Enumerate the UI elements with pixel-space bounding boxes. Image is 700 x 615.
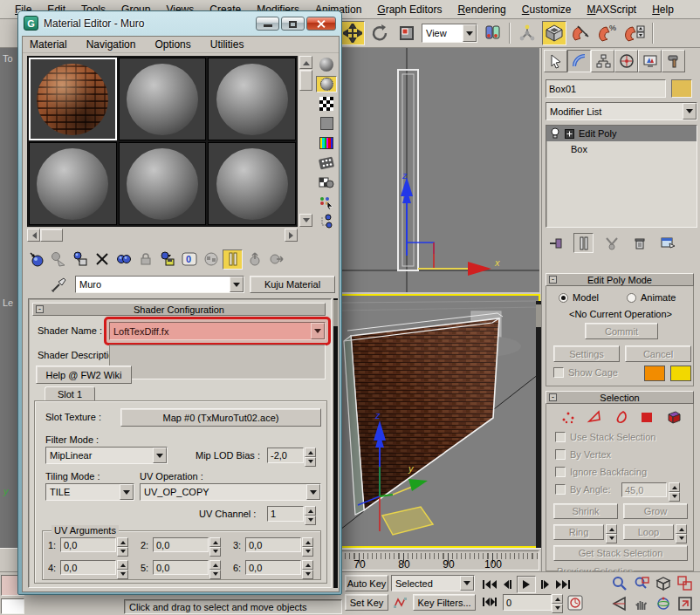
material-type-button[interactable]: Kuju Material (250, 276, 335, 293)
minimize-button[interactable] (256, 17, 279, 31)
reset-map-button[interactable] (92, 249, 112, 270)
scrollbar-thumb[interactable] (40, 229, 63, 242)
reference-coordinate-dropdown[interactable]: View (422, 24, 477, 43)
uv-arg-2-field[interactable]: 0,0 (153, 537, 209, 552)
command-panel-scrollbar[interactable] (536, 301, 541, 571)
brick-wall-object[interactable] (344, 313, 503, 515)
modifier-list-arrow[interactable] (683, 103, 697, 120)
frame-spinner[interactable] (552, 594, 563, 611)
shader-name-arrow[interactable] (311, 323, 325, 339)
maximize-viewport-toggle-button[interactable] (676, 595, 697, 614)
pan-view-button[interactable] (633, 595, 654, 614)
vertex-mode-icon[interactable] (560, 409, 576, 425)
select-and-move-button[interactable] (340, 21, 365, 45)
select-and-scale-button[interactable] (395, 21, 419, 45)
scroll-right-button[interactable] (285, 229, 298, 242)
background-button[interactable] (316, 95, 337, 113)
grow-button[interactable]: Grow (623, 503, 688, 519)
tab-motion[interactable] (614, 50, 638, 72)
make-unique-material-button[interactable] (135, 249, 155, 270)
make-material-copy-button[interactable] (113, 249, 134, 270)
scroll-down-button[interactable] (299, 214, 312, 227)
uv-channel-spinner[interactable] (305, 506, 316, 522)
uv-arg-1-field[interactable]: 0,0 (60, 537, 116, 552)
field-of-view-button[interactable] (611, 595, 632, 614)
shrink-button[interactable]: Shrink (553, 503, 618, 519)
scrollbar-thumb[interactable] (299, 70, 312, 91)
angle-snap-button[interactable] (569, 21, 594, 45)
viewport-perspective-active[interactable]: z y (339, 294, 540, 548)
menu-options[interactable]: Options (154, 38, 190, 51)
set-key-button[interactable]: Set Key (345, 594, 388, 611)
snaps-toggle-button[interactable] (542, 21, 566, 45)
selection-set-dropdown[interactable]: Selected (391, 575, 475, 591)
use-stack-selection-checkbox[interactable]: Use Stack Selection (555, 432, 655, 442)
filter-mode-arrow[interactable] (153, 448, 167, 463)
rollout-scrollbar[interactable] (333, 298, 338, 588)
sample-slot-3[interactable] (208, 58, 296, 140)
slot-texture-button[interactable]: Map #0 (TxMuroTut02.ace) (120, 408, 321, 427)
sample-type-button[interactable] (316, 56, 337, 73)
configure-modifier-sets-button[interactable] (657, 233, 677, 253)
make-unique-button[interactable] (601, 233, 621, 253)
scroll-left-button[interactable] (27, 229, 40, 242)
menu-customize[interactable]: Customize (514, 3, 580, 16)
material-editor-window[interactable]: G Material Editor - Muro Material Naviga… (17, 10, 342, 595)
rollout-shader-configuration[interactable]: - Shader Configuration (32, 303, 326, 316)
go-to-end-button[interactable] (555, 578, 571, 591)
backlight-button[interactable] (316, 76, 337, 93)
uv-arg-3-spinner[interactable] (302, 537, 313, 552)
uv-arg-6-field[interactable]: 0,0 (245, 560, 301, 575)
zoom-button[interactable] (611, 575, 632, 594)
by-angle-field[interactable]: 45,0 (621, 482, 667, 497)
show-map-in-viewport-button[interactable] (201, 249, 221, 270)
video-color-check-button[interactable] (316, 134, 337, 152)
maximize-button[interactable] (281, 17, 305, 31)
show-end-result-stack-button[interactable] (573, 233, 594, 253)
modifier-stack-list[interactable]: Edit Poly Box (546, 125, 697, 228)
auto-key-button[interactable]: Auto Key (345, 575, 388, 591)
rollout-edit-poly-mode[interactable]: - Edit Poly Mode (546, 273, 694, 286)
by-vertex-checkbox[interactable]: By Vertex (555, 449, 611, 460)
modifier-list-dropdown[interactable]: Modifier List (546, 102, 697, 120)
ring-spinner[interactable] (606, 524, 617, 540)
tab-utilities[interactable] (662, 50, 685, 72)
zoom-extents-all-button[interactable] (676, 575, 697, 594)
put-to-library-button[interactable] (157, 249, 177, 270)
go-to-start-button[interactable] (482, 578, 498, 591)
menu-utilities[interactable]: Utilities (210, 38, 244, 51)
tab-display[interactable] (638, 50, 662, 72)
go-to-parent-button[interactable] (244, 249, 264, 270)
edge-mode-icon[interactable] (587, 409, 602, 425)
element-mode-icon[interactable] (665, 409, 683, 425)
mip-lod-bias-field[interactable]: -2,0 (267, 448, 304, 463)
select-and-manipulate-button[interactable] (515, 21, 539, 45)
mini-listener-white-pane[interactable] (1, 598, 24, 614)
key-filters-button[interactable]: Key Filters... (413, 594, 476, 611)
percent-snap-button[interactable]: % (596, 21, 621, 45)
by-angle-checkbox[interactable]: By Angle: (555, 484, 610, 495)
uv-operation-arrow[interactable] (306, 484, 320, 500)
ignore-backfacing-checkbox[interactable]: Ignore Backfacing (555, 467, 647, 477)
selection-set-arrow[interactable] (460, 576, 474, 591)
slots-vertical-scrollbar[interactable] (299, 56, 312, 227)
make-preview-button[interactable] (316, 154, 337, 172)
sample-slot-4[interactable] (29, 142, 117, 225)
close-button[interactable] (306, 17, 336, 31)
slots-horizontal-scrollbar[interactable] (27, 229, 298, 242)
key-mode-toggle-button[interactable] (482, 596, 498, 608)
object-name-field[interactable]: Box01 (546, 79, 666, 98)
pick-material-from-object-button[interactable] (51, 276, 68, 293)
new-key-mode-button[interactable] (392, 594, 409, 611)
ring-button[interactable]: Ring (553, 524, 604, 540)
uv-channel-field[interactable]: 1 (267, 506, 304, 522)
sample-uv-tiling-button[interactable] (316, 115, 337, 133)
sample-slot-5[interactable] (119, 142, 207, 225)
tiling-mode-arrow[interactable] (120, 484, 134, 500)
settings-button[interactable]: Settings (553, 345, 620, 362)
coordinate-dropdown-arrow[interactable] (463, 24, 477, 42)
uv-arg-2-spinner[interactable] (209, 537, 221, 552)
viewport-area-left-edge[interactable]: To Le y (0, 48, 17, 548)
next-frame-button[interactable] (539, 578, 552, 591)
uv-arg-1-spinner[interactable] (117, 537, 128, 552)
